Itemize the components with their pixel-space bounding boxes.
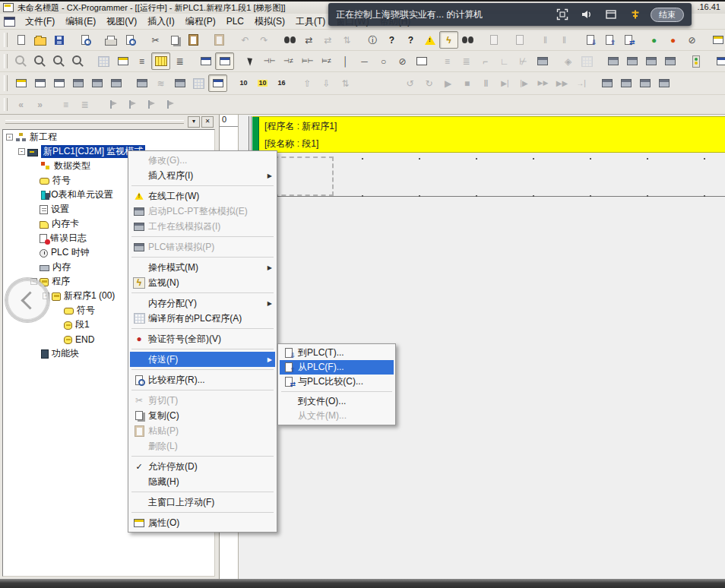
context-menu-item[interactable]: PLC错误模拟(P) [130, 239, 275, 254]
toolbar-grip[interactable] [4, 75, 8, 90]
context-menu-item[interactable]: 粘贴(P) [130, 423, 275, 438]
context-menu-item[interactable]: 操作模式(M)▶ [130, 260, 275, 275]
zoom-region-button[interactable] [30, 52, 49, 70]
zoom-out-button[interactable] [49, 52, 68, 70]
begin-edit-button[interactable] [603, 52, 622, 70]
open-button[interactable] [30, 31, 49, 49]
pause-button[interactable]: ‖ [536, 31, 555, 49]
menu-v[interactable]: 视图(V) [101, 14, 142, 30]
compile-button[interactable] [578, 52, 597, 70]
monitor-list-button[interactable]: ≡ [56, 96, 75, 113]
address-reference-button[interactable]: ≋ [151, 74, 170, 92]
context-menu-item[interactable]: 属性(O) [130, 515, 275, 530]
upload-plc-button[interactable]: ⇧ [600, 31, 619, 49]
monitor-hex-button[interactable]: 16 [272, 74, 291, 92]
context-menu-item[interactable]: 内存分配(Y)▶ [130, 296, 275, 311]
context-menu-item[interactable]: 主窗口上浮动(F) [130, 495, 275, 510]
contact-nc-button[interactable]: ⊣≠ [279, 52, 298, 70]
download-plc-button[interactable]: ⇩ [581, 31, 600, 49]
copy-button[interactable] [165, 31, 184, 49]
sim-to-end-button[interactable]: →| [571, 74, 590, 92]
menu-t[interactable]: 工具(T) [290, 14, 331, 30]
force-off-button[interactable]: ● [663, 31, 682, 49]
go-down-button[interactable]: ⇩ [317, 74, 336, 92]
sim-continuous-button[interactable]: ▶▶ [552, 74, 571, 92]
io-multiview-button[interactable] [170, 74, 189, 92]
find-button[interactable] [280, 31, 299, 49]
toolbar-grip[interactable] [4, 98, 8, 112]
window-toggle-icon[interactable] [605, 8, 617, 21]
help-button[interactable]: ? [382, 31, 401, 49]
tree-expand-toggle[interactable]: - [6, 134, 13, 141]
transfer-submenu-item[interactable]: ⇄与PLC比较(C)... [280, 375, 394, 389]
contact-or-nc-button[interactable]: ⊨≠ [317, 52, 336, 70]
pause2-button[interactable]: ‖ [555, 31, 574, 49]
horizontal-line-button[interactable]: ─ [355, 52, 374, 70]
context-menu-item[interactable]: 传送(F)▶ [130, 352, 275, 367]
dropdown-icon[interactable]: ▾ [188, 116, 200, 128]
zoom-fit-button[interactable] [68, 52, 87, 70]
tile-horizontal-button[interactable] [30, 74, 49, 92]
mini-window4-button[interactable] [654, 74, 673, 92]
transfer-submenu-item[interactable]: ⇧从PLC(F)... [280, 360, 394, 375]
context-menu-item[interactable]: ✂剪切(T) [130, 393, 275, 408]
block-comment-button[interactable]: ≣ [457, 52, 476, 70]
bookmark4-button[interactable] [158, 96, 177, 113]
end-session-button[interactable]: 结束 [651, 8, 684, 22]
ladder-view-button[interactable] [151, 52, 170, 70]
new-file-button[interactable] [11, 31, 30, 49]
coil-button[interactable]: ○ [374, 52, 393, 70]
sim-stop-button[interactable]: ■ [457, 74, 476, 92]
context-menu-item[interactable]: 复制(C) [130, 408, 275, 423]
transfer-submenu-item[interactable]: 到文件(O)... [280, 394, 394, 409]
context-menu-item[interactable]: 在线工作(W) [130, 188, 275, 204]
context-menu-item[interactable]: 隐藏(H) [130, 474, 275, 489]
indent-right-button[interactable]: » [30, 96, 49, 113]
context-menu-item[interactable]: ●验证符号(全部)(V) [130, 331, 275, 346]
traffic-light-button[interactable] [686, 52, 705, 70]
indent-left-button[interactable]: « [11, 96, 30, 113]
menu-p[interactable]: 编程(P) [180, 14, 221, 30]
contact-or-no-button[interactable]: ⊨⊢ [298, 52, 317, 70]
cascade-button[interactable] [11, 74, 30, 92]
online-edit-button[interactable] [533, 52, 552, 70]
context-menu-item[interactable]: 删除(L) [130, 438, 275, 454]
tree-item[interactable]: -新工程 [3, 130, 214, 144]
monitor-toolbar-button[interactable]: ϟ [439, 31, 458, 49]
bookmark2-button[interactable] [120, 96, 139, 113]
zoom-in-button[interactable] [11, 52, 30, 70]
context-menu-item[interactable]: 编译所有的PLC程序(A) [130, 311, 275, 326]
monitor-dec-signed-button[interactable]: 10 [253, 74, 272, 92]
force-cancel-button[interactable]: ⊘ [682, 31, 701, 49]
program-section-banner[interactable]: [程序名 : 新程序1] [段名称 : 段1] [252, 116, 725, 153]
tree-expand-toggle[interactable]: - [18, 148, 25, 155]
save-button[interactable] [49, 31, 68, 49]
collapse-sidebar-overlay[interactable] [5, 278, 49, 322]
change-all-button[interactable]: ⇅ [337, 31, 356, 49]
memory-window-button[interactable] [189, 74, 208, 92]
transfer-submenu-item[interactable]: 从文件(M)... [280, 409, 394, 423]
context-menu-item[interactable]: 修改(G)... [130, 153, 275, 168]
context-menu-item[interactable]: 比较程序(R)... [130, 372, 275, 387]
symbol-table-button[interactable] [132, 74, 151, 92]
menu-i[interactable]: 插入(I) [142, 14, 179, 30]
context-menu-item[interactable]: 启动PLC-PT整体模拟(E) [130, 204, 275, 219]
data-trace-button[interactable] [484, 31, 503, 49]
io-comment-view-button[interactable] [215, 52, 234, 70]
vertical-line-button[interactable]: │ [336, 52, 355, 70]
paste-button[interactable] [184, 31, 203, 49]
data-display-button[interactable] [712, 52, 725, 70]
close-all-button[interactable] [87, 74, 106, 92]
find-next-button[interactable]: ⇄ [318, 31, 337, 49]
send-changes-button[interactable]: ◈ [559, 52, 578, 70]
transfer-submenu-item[interactable]: ⇩到PLC(T)... [280, 346, 394, 360]
replace-button[interactable]: ⇄ [299, 31, 318, 49]
go-next-button[interactable]: ⇅ [336, 74, 355, 92]
monitor-list2-button[interactable]: ≣ [75, 96, 94, 113]
toolbar-grip[interactable] [4, 54, 8, 68]
time-chart-button[interactable] [510, 31, 529, 49]
context-menu-item[interactable]: 工作在线模拟器(I) [130, 219, 275, 234]
release-edit-button[interactable] [641, 52, 660, 70]
bookmark3-button[interactable] [139, 96, 158, 113]
label-button[interactable]: ⌐ [476, 52, 495, 70]
